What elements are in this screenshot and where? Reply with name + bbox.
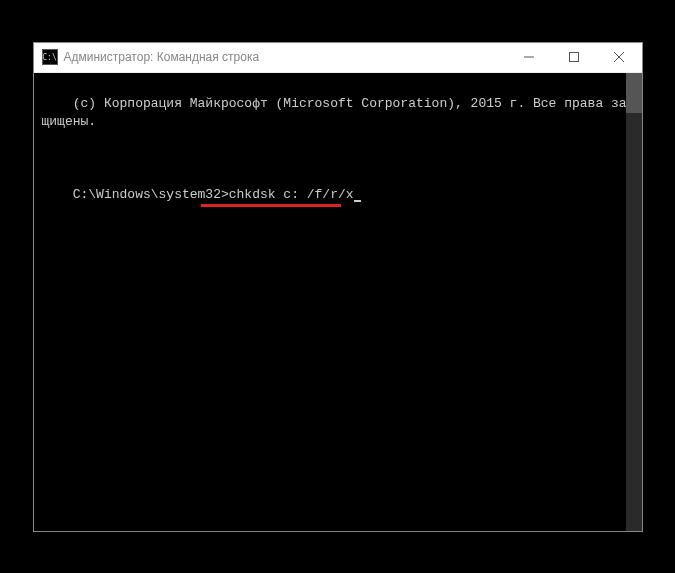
cmd-icon: C:\: [42, 49, 58, 65]
scrollbar[interactable]: [626, 73, 642, 531]
cmd-window: C:\ Администратор: Командная строка (c) …: [33, 42, 643, 532]
scrollbar-thumb[interactable]: [626, 73, 642, 113]
minimize-button[interactable]: [507, 43, 552, 72]
maximize-button[interactable]: [552, 43, 597, 72]
titlebar[interactable]: C:\ Администратор: Командная строка: [34, 43, 642, 73]
window-controls: [507, 43, 642, 72]
close-button[interactable]: [597, 43, 642, 72]
copyright-line: (c) Корпорация Майкрософт (Microsoft Cor…: [42, 96, 627, 129]
prompt-line: C:\Windows\system32>chkdsk c: /f/r/x: [73, 186, 361, 241]
cmd-icon-label: C:\: [42, 53, 56, 62]
command-text: chkdsk c: /f/r/x: [229, 187, 354, 202]
console-area[interactable]: (c) Корпорация Майкрософт (Microsoft Cor…: [34, 73, 642, 531]
cursor: [354, 200, 361, 202]
svg-rect-1: [570, 53, 579, 62]
window-title: Администратор: Командная строка: [64, 50, 507, 64]
annotation-underline: [201, 204, 341, 207]
prompt-text: C:\Windows\system32>: [73, 187, 229, 202]
